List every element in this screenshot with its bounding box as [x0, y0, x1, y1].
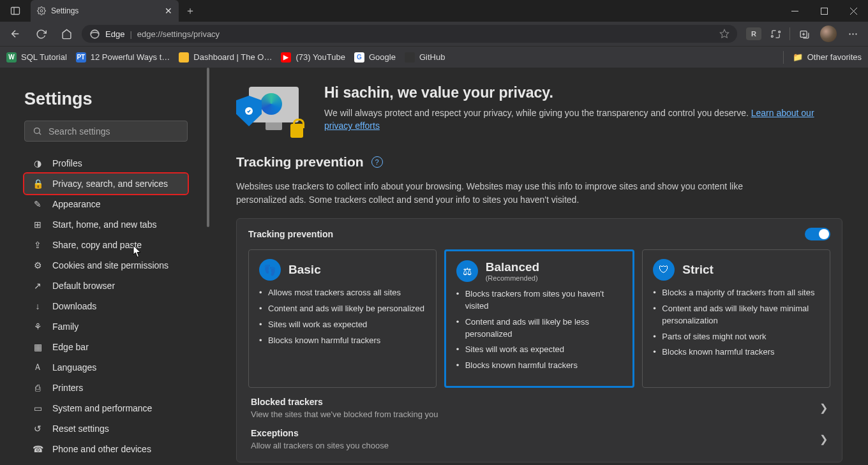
nav-label: Share, copy and paste: [52, 240, 142, 250]
nav-icon: ◑: [32, 158, 43, 168]
title-bar: Settings ✕ ＋: [0, 0, 868, 22]
lock-icon: [290, 124, 303, 138]
tracking-panel: Tracking prevention 👣BasicAllows most tr…: [236, 218, 842, 462]
nav-icon: ⚘: [32, 321, 43, 332]
new-tab-button[interactable]: ＋: [179, 0, 202, 22]
svg-rect-0: [11, 8, 20, 15]
back-button[interactable]: [5, 24, 26, 43]
nav-icon: ☎: [32, 444, 43, 454]
sidebar-item-languages[interactable]: ＡLanguages: [24, 357, 188, 378]
nav-icon: ⚙: [32, 260, 43, 270]
bookmark-item[interactable]: Dashboard | The O…: [179, 52, 272, 63]
favorite-button[interactable]: [719, 29, 730, 39]
minimize-button[interactable]: [780, 0, 809, 22]
sidebar-item-family[interactable]: ⚘Family: [24, 316, 188, 337]
sidebar-item-edge-bar[interactable]: ▦Edge bar: [24, 337, 188, 357]
svg-rect-4: [821, 8, 827, 14]
card-point: Allows most trackers across all sites: [259, 287, 426, 299]
tab-close-button[interactable]: ✕: [165, 6, 172, 16]
blocked-trackers-row[interactable]: Blocked trackers View the sites that we'…: [248, 388, 830, 419]
sidebar-item-default-browser[interactable]: ↗Default browser: [24, 276, 188, 296]
bookmark-item[interactable]: ▶(73) YouTube: [281, 52, 345, 63]
svg-point-7: [91, 30, 99, 38]
tab-actions-button[interactable]: [0, 0, 31, 22]
collections-button[interactable]: [794, 24, 814, 43]
profile-button[interactable]: [818, 24, 839, 43]
close-window-button[interactable]: [839, 0, 868, 22]
search-settings-input[interactable]: Search settings: [24, 121, 188, 142]
card-point: Blocks known harmful trackers: [456, 360, 623, 372]
nav-label: System and performance: [52, 403, 152, 413]
tracking-card-basic[interactable]: 👣BasicAllows most trackers across all si…: [248, 249, 437, 388]
favicon: G: [354, 52, 364, 63]
nav-label: Family: [52, 321, 79, 332]
site-label: Edge: [105, 29, 124, 39]
search-placeholder: Search settings: [49, 126, 110, 137]
bookmark-label: Google: [369, 52, 396, 62]
bookmarks-bar: WSQL TutorialPT12 Powerful Ways t…Dashbo…: [0, 46, 868, 68]
bookmark-item[interactable]: WSQL Tutorial: [6, 52, 67, 63]
tab-settings[interactable]: Settings ✕: [31, 0, 179, 22]
refresh-button[interactable]: [31, 24, 51, 43]
sidebar-item-accessibility[interactable]: ✋Accessibility: [24, 459, 188, 465]
tracking-level-cards: 👣BasicAllows most trackers across all si…: [248, 249, 830, 388]
toolbar-badge[interactable]: R: [746, 27, 761, 40]
sidebar-item-share-copy-and-paste[interactable]: ⇪Share, copy and paste: [24, 235, 188, 255]
sidebar-item-start-home-and-new-tabs[interactable]: ⊞Start, home, and new tabs: [24, 214, 188, 235]
nav-icon: ⎙: [32, 383, 43, 393]
sidebar-item-phone-and-other-devices[interactable]: ☎Phone and other devices: [24, 439, 188, 459]
svg-line-18: [39, 133, 41, 135]
svg-point-16: [855, 33, 857, 34]
nav-label: Appearance: [52, 199, 101, 209]
bookmark-item[interactable]: GGoogle: [354, 52, 396, 63]
other-favorites[interactable]: 📁Other favorites: [793, 52, 862, 62]
nav-icon: ✎: [32, 199, 43, 209]
sidebar-item-cookies-and-site-permissions[interactable]: ⚙Cookies and site permissions: [24, 255, 188, 276]
nav-label: Phone and other devices: [52, 444, 151, 454]
favicon: [179, 52, 189, 63]
sidebar-scrollbar[interactable]: [206, 68, 211, 465]
sidebar-item-appearance[interactable]: ✎Appearance: [24, 194, 188, 214]
menu-button[interactable]: [842, 24, 863, 43]
nav-label: Reset settings: [52, 424, 109, 434]
sidebar-item-reset-settings[interactable]: ↺Reset settings: [24, 418, 188, 439]
favicon: [405, 52, 415, 63]
favicon: PT: [76, 52, 86, 63]
nav-icon: ▭: [32, 403, 43, 413]
sidebar-item-printers[interactable]: ⎙Printers: [24, 378, 188, 398]
card-title: Basic: [288, 263, 321, 276]
exceptions-row[interactable]: Exceptions Allow all trackers on sites y…: [248, 419, 830, 450]
nav-label: Profiles: [52, 158, 82, 168]
sidebar-item-profiles[interactable]: ◑Profiles: [24, 153, 188, 173]
exceptions-sub: Allow all trackers on sites you choose: [251, 441, 389, 450]
blocked-trackers-title: Blocked trackers: [251, 397, 438, 407]
bookmark-item[interactable]: GitHub: [405, 52, 445, 63]
settings-sidebar: Settings Search settings ◑Profiles🔒Priva…: [0, 68, 211, 465]
settings-title: Settings: [24, 89, 203, 109]
avatar-icon: [820, 26, 837, 42]
tracking-title: Tracking prevention: [236, 154, 364, 170]
sidebar-item-downloads[interactable]: ↓Downloads: [24, 296, 188, 316]
card-point: Blocks trackers from sites you haven't v…: [456, 288, 623, 313]
settings-main: Hi sachin, we value your privacy. We wil…: [211, 68, 868, 465]
settings-nav: ◑Profiles🔒Privacy, search, and services✎…: [24, 153, 188, 465]
home-button[interactable]: [56, 24, 77, 43]
svg-point-9: [778, 31, 780, 33]
tracking-card-strict[interactable]: 🛡StrictBlocks a majority of trackers fro…: [642, 249, 830, 388]
sidebar-item-privacy-search-and-services[interactable]: 🔒Privacy, search, and services: [24, 173, 188, 194]
tracking-card-balanced[interactable]: ⚖Balanced(Recommended)Blocks trackers fr…: [444, 249, 635, 388]
bookmark-item[interactable]: PT12 Powerful Ways t…: [76, 52, 170, 63]
sidebar-item-system-and-performance[interactable]: ▭System and performance: [24, 398, 188, 418]
address-bar[interactable]: Edge | edge://settings/privacy: [82, 25, 737, 43]
nav-label: Downloads: [52, 301, 96, 311]
tracking-toggle[interactable]: [805, 228, 830, 240]
bookmark-label: Dashboard | The O…: [193, 52, 272, 62]
nav-label: Edge bar: [52, 342, 89, 352]
info-icon[interactable]: ?: [371, 156, 383, 168]
extensions-button[interactable]: [765, 24, 786, 43]
card-title: Balanced: [486, 260, 539, 274]
maximize-button[interactable]: [809, 0, 839, 22]
card-point: Sites will work as expected: [259, 319, 426, 331]
chevron-right-icon: ❯: [819, 402, 828, 414]
folder-icon: 📁: [793, 52, 803, 62]
